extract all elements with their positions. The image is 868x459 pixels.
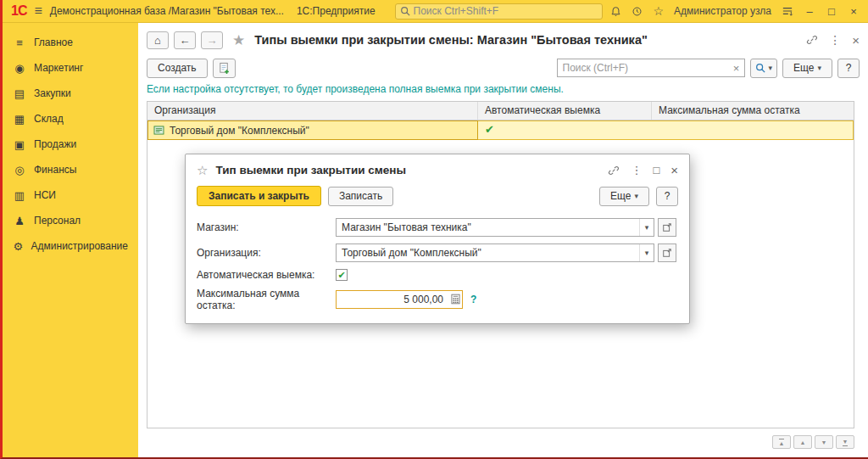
connection-quality-icon[interactable] — [782, 6, 793, 16]
sidebar-item-glavnoe[interactable]: ≡ Главное — [3, 30, 138, 55]
chevron-down-icon[interactable]: ▾ — [639, 244, 654, 261]
auto-withdrawal-checkbox[interactable]: ✔ — [336, 269, 348, 281]
max-balance-row: Максимальная сумма остатка: ? — [197, 288, 678, 311]
search-options-button[interactable]: ▾ — [750, 59, 778, 78]
form-menu-dots-icon[interactable]: ⋮ — [829, 34, 841, 46]
finance-icon: ◎ — [13, 164, 26, 176]
dialog-maximize-icon[interactable]: □ — [653, 165, 659, 176]
window-close-button[interactable]: × — [848, 6, 860, 17]
column-header-max-balance[interactable]: Максимальная сумма остатка — [652, 102, 854, 120]
get-link-icon[interactable] — [806, 34, 818, 46]
store-combo-field[interactable]: ▾ — [336, 218, 654, 237]
sidebar-item-marketing[interactable]: ◉ Маркетинг — [3, 55, 138, 81]
forward-arrow-icon: → — [207, 34, 218, 47]
max-balance-input[interactable] — [336, 290, 463, 309]
dialog-title: Тип выемки при закрытии смены — [215, 164, 406, 176]
table-header-row: Организация Автоматическая выемка Максим… — [147, 102, 854, 120]
window-minimize-button[interactable]: – — [804, 6, 815, 17]
favorites-star-icon[interactable]: ☆ — [653, 5, 664, 17]
form-close-icon[interactable]: × — [852, 34, 860, 47]
check-icon: ✔ — [337, 270, 345, 281]
search-icon — [755, 63, 765, 73]
help-button[interactable]: ? — [837, 59, 860, 78]
search-icon — [400, 6, 410, 16]
sidebar-item-sklad[interactable]: ▦ Склад — [3, 106, 138, 132]
sidebar-item-finansy[interactable]: ◎ Финансы — [3, 157, 138, 182]
window-maximize-button[interactable]: □ — [826, 6, 837, 17]
more-label: Еще — [793, 62, 814, 74]
create-button[interactable]: Создать — [147, 59, 208, 78]
dialog-menu-dots-icon[interactable]: ⋮ — [631, 165, 642, 176]
main-menu-icon[interactable]: ≡ — [34, 4, 42, 18]
marketing-icon: ◉ — [13, 62, 26, 75]
dialog-header: ☆ Тип выемки при закрытии смены ⋮ □ × — [186, 154, 689, 186]
column-header-auto-withdrawal[interactable]: Автоматическая выемка — [478, 102, 652, 120]
notifications-bell-icon[interactable] — [610, 6, 621, 17]
organization-field-label: Организация: — [197, 247, 336, 259]
sidebar-item-nsi[interactable]: ▥ НСИ — [3, 182, 138, 208]
history-icon[interactable] — [632, 6, 643, 17]
table-row[interactable]: Торговый дом "Комплексный" ✔ — [147, 120, 854, 140]
favorite-toggle-star-icon[interactable]: ★ — [232, 33, 245, 48]
chevron-down-icon: ▾ — [817, 64, 821, 72]
forward-button[interactable]: → — [201, 31, 223, 49]
go-first-row-button[interactable]: ▲ — [772, 435, 791, 449]
organization-open-button[interactable] — [658, 243, 676, 262]
sidebar-item-zakupki[interactable]: ▤ Закупки — [3, 81, 138, 106]
sidebar-item-label: Администрирование — [31, 240, 128, 252]
hint-text: Если настройка отсутствует, то будет про… — [147, 83, 860, 95]
dialog-more-button[interactable]: Еще ▾ — [599, 187, 649, 206]
get-link-icon[interactable] — [608, 165, 620, 176]
dialog-favorite-star-icon[interactable]: ☆ — [197, 164, 208, 176]
sidebar-item-administrirovanie[interactable]: ⚙ Администрирование — [3, 233, 138, 259]
home-icon: ⌂ — [154, 34, 161, 47]
global-search-input[interactable] — [414, 5, 598, 17]
sidebar-item-label: Финансы — [34, 164, 76, 176]
go-last-row-button[interactable]: ▼ — [836, 435, 854, 449]
save-and-close-button[interactable]: Записать и закрыть — [197, 186, 321, 206]
more-label: Еще — [610, 190, 631, 202]
global-search-box[interactable] — [395, 3, 604, 20]
sidebar-item-personal[interactable]: ♟ Персонал — [3, 208, 138, 233]
back-button[interactable]: ← — [174, 31, 196, 49]
organization-combo-field[interactable]: ▾ — [336, 243, 654, 262]
dialog-close-icon[interactable]: × — [670, 164, 678, 176]
more-button[interactable]: Еще ▾ — [782, 59, 832, 78]
sidebar-item-prodazhi[interactable]: ▣ Продажи — [3, 132, 138, 157]
home-button[interactable]: ⌂ — [147, 31, 169, 49]
store-open-button[interactable] — [658, 218, 676, 237]
sidebar-item-label: Продажи — [34, 138, 76, 150]
organization-cell[interactable]: Торговый дом "Комплексный" — [147, 120, 478, 140]
search-clear-icon[interactable]: × — [729, 62, 744, 75]
dialog-help-button[interactable]: ? — [656, 187, 678, 206]
check-icon: ✔ — [485, 123, 494, 136]
calculator-icon[interactable] — [451, 294, 460, 305]
create-by-copy-button[interactable] — [213, 59, 236, 78]
organization-field-row: Организация: ▾ — [197, 243, 678, 262]
field-help-link[interactable]: ? — [470, 294, 476, 305]
go-next-row-button[interactable]: ▼ — [815, 435, 833, 449]
go-first-icon: ▲ — [779, 439, 785, 446]
list-navigation-buttons: ▲ ▲ ▼ ▼ — [772, 435, 854, 449]
chevron-down-icon[interactable]: ▾ — [639, 219, 654, 236]
go-prev-row-button[interactable]: ▲ — [793, 435, 812, 449]
organization-input[interactable] — [337, 247, 639, 259]
go-last-icon: ▼ — [843, 439, 849, 446]
auto-withdrawal-cell[interactable]: ✔ — [478, 120, 652, 140]
form-header: ⌂ ← → ★ Типы выемки при закрытии смены: … — [147, 27, 860, 53]
column-header-organization[interactable]: Организация — [147, 102, 478, 120]
list-search-box[interactable]: × — [557, 59, 745, 77]
copy-document-icon — [218, 62, 231, 75]
purchases-icon: ▤ — [13, 87, 26, 100]
1c-logo: 1С — [11, 3, 26, 19]
store-input[interactable] — [337, 221, 639, 233]
current-user-label: Администратор узла — [674, 5, 771, 17]
store-field-label: Магазин: — [197, 221, 336, 233]
sidebar-item-label: Склад — [34, 113, 64, 125]
personnel-icon: ♟ — [13, 215, 26, 227]
max-balance-cell[interactable] — [652, 120, 854, 140]
save-button[interactable]: Записать — [328, 187, 393, 206]
app-name: 1С:Предприятие — [297, 5, 376, 17]
list-search-input[interactable] — [563, 62, 729, 74]
edit-dialog: ☆ Тип выемки при закрытии смены ⋮ □ × За… — [185, 154, 690, 324]
